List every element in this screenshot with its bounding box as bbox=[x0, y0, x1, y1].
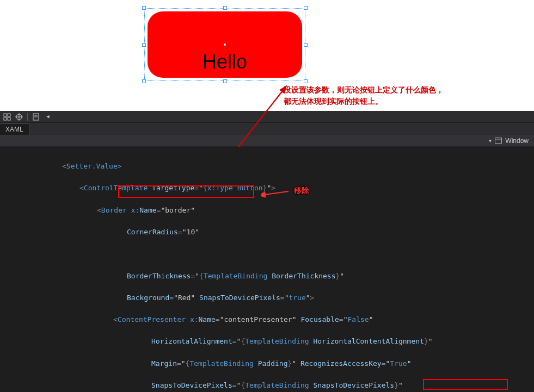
breadcrumb-dropdown[interactable]: ▾ bbox=[489, 138, 492, 144]
resize-handle-tm[interactable] bbox=[223, 6, 227, 10]
svg-rect-2 bbox=[4, 114, 7, 116]
xaml-editor[interactable]: <Setter.Value> <ControlTemplate TargetTy… bbox=[0, 147, 534, 392]
window-icon bbox=[495, 138, 502, 144]
editor-toolbar: ◀ bbox=[0, 111, 534, 123]
svg-rect-3 bbox=[8, 114, 10, 116]
svg-rect-4 bbox=[4, 117, 7, 120]
tab-bar: XAML bbox=[0, 123, 534, 135]
resize-handle-bm[interactable] bbox=[223, 79, 227, 83]
center-dot-icon bbox=[224, 43, 226, 46]
resize-handle-bl[interactable] bbox=[142, 79, 146, 83]
resize-handle-mr[interactable] bbox=[304, 43, 308, 47]
preview-button-text: Hello bbox=[202, 51, 247, 73]
target-icon[interactable] bbox=[14, 112, 24, 122]
svg-rect-12 bbox=[495, 138, 502, 144]
resize-handle-ml[interactable] bbox=[142, 43, 146, 47]
breadcrumb-bar: ▾ Window bbox=[0, 135, 534, 147]
annotation-remove-label: 移除 bbox=[294, 186, 309, 196]
svg-rect-5 bbox=[8, 117, 10, 120]
selection-outline[interactable]: Hello bbox=[144, 8, 305, 81]
tab-xaml[interactable]: XAML bbox=[0, 123, 29, 135]
document-icon[interactable] bbox=[31, 112, 41, 122]
breadcrumb-window[interactable]: Window bbox=[505, 137, 529, 145]
grid-icon[interactable] bbox=[2, 112, 12, 122]
designer-preview: Hello 没设置该参数，则无论按钮上定义了什么颜色， 都无法体现到实际的按钮上… bbox=[0, 0, 534, 111]
resize-handle-tl[interactable] bbox=[142, 6, 146, 10]
resize-handle-tr[interactable] bbox=[304, 6, 308, 10]
chevron-left-icon[interactable]: ◀ bbox=[43, 112, 53, 122]
annotation-removed-box bbox=[118, 185, 254, 198]
annotation-borderbrush-box bbox=[423, 379, 508, 390]
resize-handle-br[interactable] bbox=[304, 79, 308, 83]
annotation-note: 没设置该参数，则无论按钮上定义了什么颜色， 都无法体现到实际的按钮上。 bbox=[284, 84, 444, 107]
preview-button[interactable]: Hello bbox=[148, 11, 302, 78]
